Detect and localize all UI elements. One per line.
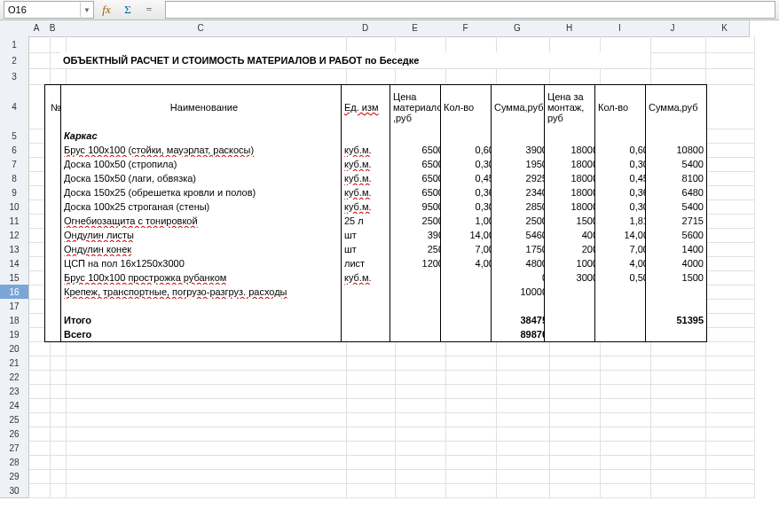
cell[interactable] xyxy=(440,469,497,484)
row-header-27[interactable]: 27 xyxy=(0,441,29,456)
cell[interactable]: 5460 xyxy=(491,228,551,243)
cell[interactable] xyxy=(390,483,446,498)
cell[interactable] xyxy=(390,299,447,314)
cell[interactable] xyxy=(341,129,397,144)
cell[interactable] xyxy=(594,441,651,456)
cell[interactable] xyxy=(491,384,550,399)
cell[interactable] xyxy=(594,469,651,484)
cell[interactable] xyxy=(544,384,601,399)
cell[interactable] xyxy=(700,36,755,53)
cell[interactable] xyxy=(491,299,551,314)
cell[interactable] xyxy=(700,242,755,257)
cell[interactable] xyxy=(594,398,651,413)
cell[interactable]: 25 л xyxy=(341,214,397,229)
cell[interactable] xyxy=(390,356,446,371)
fx-icon[interactable]: fx xyxy=(98,2,115,18)
cell[interactable] xyxy=(60,398,347,413)
cell[interactable] xyxy=(440,36,497,53)
cell[interactable] xyxy=(645,327,707,342)
cell[interactable] xyxy=(645,36,706,53)
row-header-9[interactable]: 9 xyxy=(0,185,29,200)
cell[interactable] xyxy=(700,455,755,470)
row-header-23[interactable]: 23 xyxy=(0,384,29,399)
cell[interactable]: 10800 xyxy=(645,143,707,158)
cell[interactable]: 14,00 xyxy=(440,228,498,243)
cell[interactable] xyxy=(594,384,651,399)
cell[interactable] xyxy=(544,441,601,456)
cell[interactable]: 0,45 xyxy=(594,171,652,186)
cell[interactable] xyxy=(594,341,651,356)
cell[interactable] xyxy=(491,370,550,385)
cell[interactable] xyxy=(440,299,498,314)
cell[interactable] xyxy=(341,483,396,498)
cell[interactable] xyxy=(390,469,446,484)
cell[interactable]: Всего xyxy=(60,327,348,342)
cell[interactable] xyxy=(491,398,550,413)
sigma-icon[interactable]: Σ xyxy=(119,2,137,18)
cell[interactable] xyxy=(440,483,497,498)
cell[interactable]: 38475 xyxy=(491,313,551,328)
cell[interactable] xyxy=(645,129,707,144)
cell[interactable] xyxy=(544,412,601,427)
cell[interactable] xyxy=(60,441,347,456)
cell[interactable] xyxy=(700,313,755,328)
cell[interactable]: 0,36 xyxy=(440,185,498,200)
cell[interactable]: Наименование xyxy=(60,84,348,130)
cell[interactable] xyxy=(440,341,497,356)
cell[interactable]: 390 xyxy=(390,228,447,243)
cell[interactable]: 0,30 xyxy=(594,200,652,215)
cell[interactable] xyxy=(645,341,706,356)
cell[interactable] xyxy=(544,129,602,144)
cell[interactable] xyxy=(700,299,755,314)
cell[interactable] xyxy=(341,341,396,356)
cell[interactable] xyxy=(440,455,497,470)
cell[interactable]: 4,00 xyxy=(594,256,652,271)
cell[interactable]: Ондулин конек xyxy=(60,242,348,257)
cell[interactable]: Ед. изм xyxy=(341,84,397,130)
col-header-K[interactable]: K xyxy=(700,20,750,37)
row-header-10[interactable]: 10 xyxy=(0,200,29,215)
cell[interactable] xyxy=(700,384,755,399)
cell[interactable] xyxy=(700,285,755,300)
cell[interactable]: 1,81 xyxy=(594,214,652,229)
cell[interactable] xyxy=(341,327,397,342)
col-header-G[interactable]: G xyxy=(491,20,545,37)
cell[interactable]: 1500 xyxy=(645,270,707,286)
cell[interactable] xyxy=(390,313,447,328)
cell[interactable]: куб.м. xyxy=(341,171,397,186)
cell[interactable]: 5600 xyxy=(645,228,707,243)
cell[interactable]: 1400 xyxy=(645,242,707,257)
cell[interactable] xyxy=(440,129,498,144)
col-header-B[interactable]: B xyxy=(44,20,61,37)
cell[interactable]: 2715 xyxy=(645,214,707,229)
cell[interactable] xyxy=(594,412,651,427)
col-header-C[interactable]: C xyxy=(60,20,342,37)
row-header-14[interactable]: 14 xyxy=(0,256,29,271)
cell[interactable]: ЦСП на пол 16x1250x3000 xyxy=(60,256,348,271)
cell[interactable]: Каркас xyxy=(60,129,348,144)
cell[interactable] xyxy=(544,469,601,484)
cell[interactable] xyxy=(645,285,707,300)
cell[interactable]: 7,00 xyxy=(440,242,498,257)
cell[interactable] xyxy=(440,68,497,85)
col-header-F[interactable]: F xyxy=(440,20,492,37)
row-header-8[interactable]: 8 xyxy=(0,171,29,186)
row-header-13[interactable]: 13 xyxy=(0,242,29,257)
cell[interactable]: 0,36 xyxy=(594,185,652,200)
cell[interactable]: 1000 xyxy=(544,256,602,271)
cell[interactable]: 1500 xyxy=(544,214,602,229)
cell[interactable]: 0,30 xyxy=(440,200,498,215)
cell[interactable]: 1,00 xyxy=(440,214,498,229)
cell[interactable]: 6500 xyxy=(390,171,447,186)
cell[interactable]: Кол-во xyxy=(440,84,498,130)
row-header-30[interactable]: 30 xyxy=(0,483,29,498)
cell[interactable]: куб.м. xyxy=(341,200,397,215)
row-header-19[interactable]: 19 xyxy=(0,327,29,342)
cell[interactable]: Кол-во xyxy=(594,84,652,130)
cell[interactable] xyxy=(594,455,651,470)
row-header-4[interactable]: 4 xyxy=(0,84,29,129)
cell[interactable]: 0,60 xyxy=(594,143,652,158)
cell[interactable] xyxy=(341,36,396,53)
cell[interactable] xyxy=(341,285,397,300)
cell[interactable] xyxy=(544,370,601,385)
